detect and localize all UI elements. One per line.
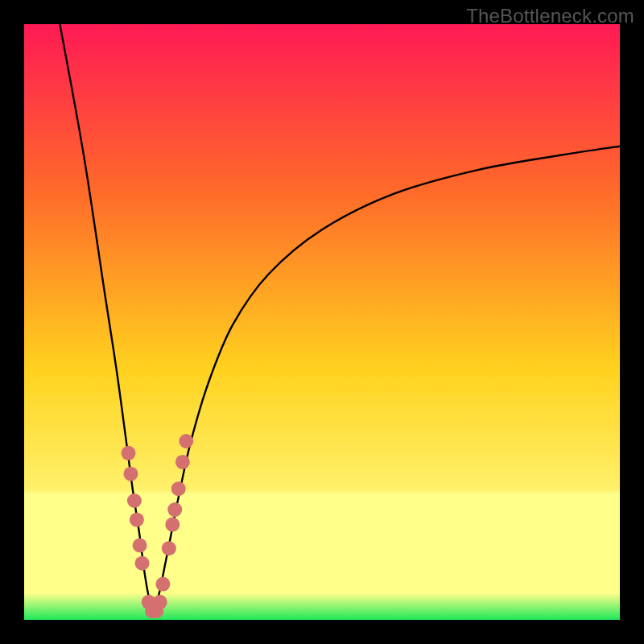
- data-point: [179, 434, 193, 448]
- data-point: [123, 467, 138, 481]
- data-point: [162, 541, 176, 555]
- chart-frame: TheBottleneck.com: [0, 0, 644, 644]
- data-point: [165, 518, 180, 532]
- data-point: [130, 513, 144, 527]
- plot-area: [24, 24, 620, 620]
- data-point: [135, 556, 150, 571]
- gradient-background: [24, 24, 620, 620]
- data-point: [171, 481, 186, 496]
- data-point: [155, 577, 170, 592]
- data-point: [167, 502, 182, 517]
- data-point: [153, 595, 167, 609]
- data-point: [122, 446, 136, 460]
- data-point: [175, 455, 190, 469]
- data-point: [133, 539, 147, 553]
- chart-svg: [24, 24, 620, 620]
- data-point: [127, 493, 142, 508]
